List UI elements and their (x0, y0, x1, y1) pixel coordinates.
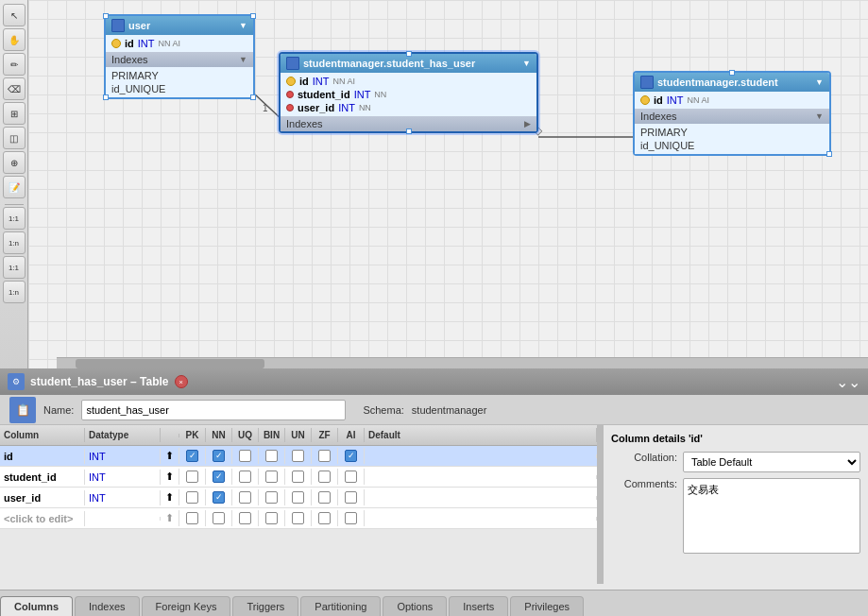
tool-1n[interactable]: 1:n (3, 231, 26, 254)
tab-options[interactable]: Options (383, 596, 447, 616)
table-user-header[interactable]: user ▼ (106, 16, 253, 35)
checkbox-bin-student-id[interactable] (265, 471, 278, 483)
tab-columns[interactable]: Columns (0, 596, 73, 616)
checkbox-ai-id[interactable] (345, 450, 357, 462)
tool-note[interactable]: 📝 (3, 176, 26, 198)
tool-pen[interactable]: ✏ (3, 53, 26, 76)
checkbox-nn-new[interactable] (213, 512, 225, 524)
cell-ai-id[interactable] (338, 448, 365, 464)
tab-partitioning[interactable]: Partitioning (300, 596, 381, 616)
table-user[interactable]: user ▼ id INT NN AI Indexes ▼ PRIMARY id… (104, 14, 255, 99)
table-user-arrow[interactable]: ▼ (239, 21, 247, 30)
cell-un-new[interactable] (285, 510, 312, 526)
checkbox-bin-user-id[interactable] (265, 491, 278, 504)
tab-indexes[interactable]: Indexes (75, 596, 140, 616)
table-row[interactable]: student_id INT ⬆ (0, 467, 597, 488)
tool-arrow[interactable]: ↖ (3, 4, 26, 26)
cell-uq-new[interactable] (232, 510, 259, 526)
panel-collapse-btn[interactable]: ⌄⌄ (836, 373, 860, 391)
name-input[interactable] (81, 400, 346, 420)
checkbox-uq-id[interactable] (239, 450, 251, 462)
table-student-has-user[interactable]: studentmanager.student_has_user ▼ id INT… (279, 52, 538, 133)
checkbox-bin-id[interactable] (265, 450, 278, 462)
cell-pk-student-id[interactable] (179, 469, 206, 485)
cell-bin-id[interactable] (259, 448, 285, 464)
checkbox-pk-student-id[interactable] (186, 471, 198, 483)
cell-pk-id[interactable] (179, 448, 206, 464)
checkbox-uq-student-id[interactable] (239, 471, 251, 483)
cell-bin-user-id[interactable] (259, 489, 285, 505)
checkbox-nn-user-id[interactable] (213, 491, 225, 504)
cell-nn-student-id[interactable] (206, 469, 232, 485)
cell-name-new[interactable]: <click to edit> (0, 511, 85, 526)
cell-bin-new[interactable] (259, 510, 285, 526)
tool-eraser[interactable]: ⌫ (3, 77, 26, 100)
cell-ai-new[interactable] (338, 510, 365, 526)
cell-zf-user-id[interactable] (312, 489, 338, 505)
checkbox-un-new[interactable] (292, 512, 304, 524)
checkbox-pk-id[interactable] (186, 450, 198, 462)
collation-select[interactable]: Table Default (683, 452, 860, 472)
cell-nn-id[interactable] (206, 448, 232, 464)
horizontal-scrollbar[interactable] (57, 357, 868, 368)
cell-ai-user-id[interactable] (338, 489, 365, 505)
comments-textarea[interactable]: 交易表 (683, 478, 860, 554)
cell-uq-user-id[interactable] (232, 489, 259, 505)
tool-hand[interactable]: ✋ (3, 28, 26, 51)
table-row-new[interactable]: <click to edit> ⬆ (0, 508, 597, 529)
tool-11b[interactable]: 1:1 (3, 256, 26, 279)
table-row[interactable]: id INT ⬆ (0, 446, 597, 467)
cell-uq-id[interactable] (232, 448, 259, 464)
checkbox-ai-user-id[interactable] (345, 491, 357, 504)
cell-bin-student-id[interactable] (259, 469, 285, 485)
table-student[interactable]: studentmanager.student ▼ id INT NN AI In… (633, 71, 831, 156)
checkbox-bin-new[interactable] (265, 512, 278, 524)
table-row[interactable]: user_id INT ⬆ (0, 488, 597, 508)
tab-inserts[interactable]: Inserts (449, 596, 508, 616)
checkbox-zf-student-id[interactable] (318, 471, 331, 483)
checkbox-zf-user-id[interactable] (318, 491, 331, 504)
cell-un-id[interactable] (285, 448, 312, 464)
tab-foreign-keys[interactable]: Foreign Keys (142, 596, 231, 616)
checkbox-pk-user-id[interactable] (186, 491, 198, 504)
cell-zf-new[interactable] (312, 510, 338, 526)
checkbox-un-student-id[interactable] (292, 471, 304, 483)
checkbox-ai-student-id[interactable] (345, 471, 357, 483)
tool-zoom[interactable]: ⊕ (3, 151, 26, 174)
checkbox-zf-new[interactable] (318, 512, 331, 524)
checkbox-un-user-id[interactable] (292, 491, 304, 504)
cell-pk-new[interactable] (179, 510, 206, 526)
checkbox-ai-new[interactable] (345, 512, 357, 524)
checkbox-nn-student-id[interactable] (213, 471, 225, 483)
checkbox-pk-new[interactable] (186, 512, 198, 524)
tab-privileges[interactable]: Privileges (510, 596, 584, 616)
tool-1nb[interactable]: 1:n (3, 281, 26, 303)
cell-sort-student-id[interactable]: ⬆ (161, 469, 179, 485)
checkbox-uq-new[interactable] (239, 512, 251, 524)
indexes-header-student[interactable]: Indexes ▼ (635, 109, 829, 124)
cell-zf-id[interactable] (312, 448, 338, 464)
table-shu-header[interactable]: studentmanager.student_has_user ▼ (281, 54, 536, 73)
cell-nn-new[interactable] (206, 510, 232, 526)
cell-un-student-id[interactable] (285, 469, 312, 485)
indexes-header-user[interactable]: Indexes ▼ (106, 52, 253, 67)
checkbox-zf-id[interactable] (318, 450, 331, 462)
panel-close-btn[interactable]: × (175, 375, 188, 388)
cell-pk-user-id[interactable] (179, 489, 206, 505)
cell-ai-student-id[interactable] (338, 469, 365, 485)
checkbox-un-id[interactable] (292, 450, 304, 462)
checkbox-nn-id[interactable] (213, 450, 225, 462)
tool-11[interactable]: 1:1 (3, 207, 26, 230)
checkbox-uq-user-id[interactable] (239, 491, 251, 504)
cell-nn-user-id[interactable] (206, 489, 232, 505)
cell-sort-id[interactable]: ⬆ (161, 448, 179, 464)
cell-uq-student-id[interactable] (232, 469, 259, 485)
tab-triggers[interactable]: Triggers (232, 596, 298, 616)
cell-un-user-id[interactable] (285, 489, 312, 505)
table-student-header[interactable]: studentmanager.student ▼ (635, 73, 829, 92)
scroll-thumb[interactable] (76, 359, 264, 368)
tool-view[interactable]: ◫ (3, 127, 26, 149)
table-student-arrow[interactable]: ▼ (815, 77, 824, 87)
cell-zf-student-id[interactable] (312, 469, 338, 485)
table-shu-arrow[interactable]: ▼ (522, 59, 531, 68)
